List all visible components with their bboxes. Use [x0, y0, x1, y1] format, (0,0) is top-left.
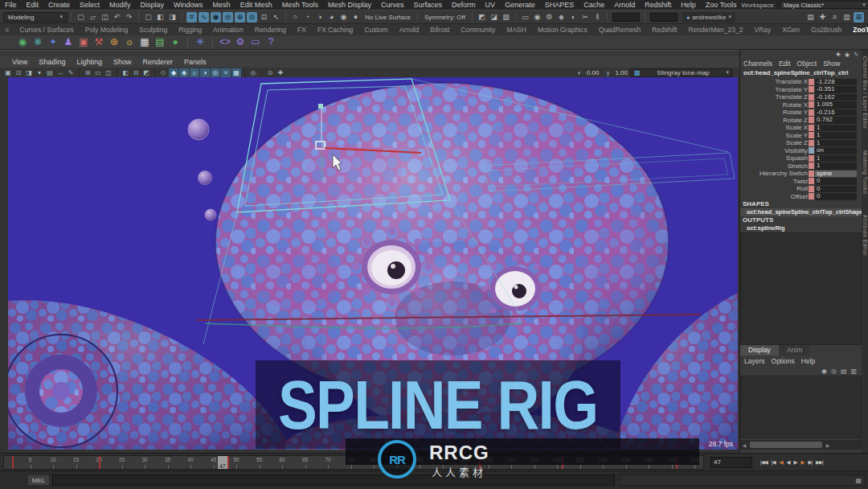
zoo-lightbulb-icon[interactable]: ☼ — [123, 35, 136, 49]
attr-slider-strip[interactable] — [809, 171, 814, 177]
light-editor-icon[interactable]: ◐ — [568, 12, 579, 23]
shelf-menu-icon[interactable]: ≡ — [0, 26, 14, 34]
layer-menu-help[interactable]: Help — [801, 357, 815, 365]
menu-shapes[interactable]: SHAPES — [540, 0, 579, 10]
multisample-icon[interactable]: ▦ — [231, 68, 241, 77]
attr-row-rotate-z[interactable]: Rotate Z0.792 — [740, 117, 862, 125]
attr-row-rotate-y[interactable]: Rotate Y-0.216 — [740, 109, 862, 117]
lights-icon[interactable]: ☼ — [190, 68, 199, 77]
attr-slider-strip[interactable] — [809, 109, 814, 116]
attr-row-rotate-x[interactable]: Rotate X1.095 — [740, 101, 862, 109]
ipr-render-icon[interactable]: ◉ — [532, 12, 542, 23]
shelf-tab-sculpting[interactable]: Sculpting — [133, 26, 173, 34]
script-editor-icon[interactable]: ▦ — [855, 477, 864, 484]
zoo-particles-icon[interactable]: ※ — [31, 35, 44, 49]
side-tab-modeling-toolkit[interactable]: Modeling Toolkit — [862, 150, 868, 195]
attr-value[interactable]: -0.162 — [815, 94, 857, 101]
attr-value[interactable]: 1 — [815, 132, 857, 139]
shelf-tab-vray[interactable]: VRay — [748, 26, 776, 34]
zoo-sphere-icon[interactable]: ● — [169, 35, 182, 49]
attr-slider-strip[interactable] — [809, 79, 814, 85]
play-forward-button[interactable]: ▶ — [792, 458, 798, 467]
attr-row-hierarchy-switch[interactable]: Hierarchy Switchspine — [740, 170, 862, 178]
save-scene-icon[interactable]: ◫ — [100, 12, 110, 23]
new-scene-icon[interactable]: ▢ — [76, 12, 86, 23]
panel-menu-lighting[interactable]: Lighting — [71, 58, 108, 66]
undo-icon[interactable]: ↶ — [112, 12, 122, 23]
menu-mesh-tools[interactable]: Mesh Tools — [277, 0, 323, 10]
workspace-panel-toggle-icon[interactable]: ⊞ — [854, 12, 864, 23]
bookmarks-icon[interactable]: ▾ — [35, 68, 44, 77]
shelf-tab-motion-graphics[interactable]: Motion Graphics — [532, 26, 593, 34]
manipulator-icon[interactable]: ✚ — [836, 51, 841, 58]
attr-value[interactable]: 1.095 — [815, 101, 857, 109]
menu-help[interactable]: Help — [676, 0, 701, 10]
shelf-tab-fx[interactable]: FX — [292, 26, 312, 34]
attr-value[interactable]: 1 — [815, 155, 857, 162]
shelf-tab-go2brush[interactable]: Go2Brush — [805, 26, 847, 34]
snap-to-grid-icon[interactable]: # — [186, 12, 197, 23]
shelf-tab-fx-caching[interactable]: FX Caching — [312, 26, 358, 34]
shelf-tab-redshift[interactable]: Redshift — [646, 26, 682, 34]
attr-row-translate-x[interactable]: Translate X-1.228 — [740, 78, 862, 86]
make-object-live-icon[interactable]: ○ — [290, 12, 301, 23]
go-to-end-button[interactable]: ▶▶| — [814, 458, 825, 467]
zoo-help-icon[interactable]: ? — [264, 35, 277, 49]
output-name[interactable]: oct:splineRig — [740, 224, 862, 232]
play-backwards-button[interactable]: ◀ — [784, 458, 791, 467]
attr-row-squash[interactable]: Squash1 — [740, 154, 862, 162]
modeling-toolkit-toggle-icon[interactable]: ▥ — [841, 12, 852, 23]
attr-slider-strip[interactable] — [809, 162, 814, 169]
step-forward-key-button[interactable]: ▶ — [799, 458, 805, 467]
menu-zoo-tools[interactable]: Zoo Tools — [701, 0, 742, 10]
side-tab-channel-box-layer-editor[interactable]: Channel Box / Layer Editor — [862, 56, 868, 129]
wireframe-on-shaded-icon[interactable]: ◪ — [489, 12, 499, 23]
highlight-selection-mode-icon[interactable]: ◩ — [477, 12, 487, 23]
attr-value[interactable]: 0 — [815, 186, 857, 193]
step-back-key-button[interactable]: ◀ — [777, 458, 784, 467]
menu-mesh[interactable]: Mesh — [208, 0, 235, 10]
lock-camera-icon[interactable]: ⊡ — [14, 68, 23, 77]
panel-menu-view[interactable]: View — [6, 58, 33, 66]
grid-icon[interactable]: ⊞ — [83, 68, 92, 77]
scroll-left-icon[interactable]: ◀ — [740, 442, 748, 448]
wireframe-icon[interactable]: ◇ — [158, 68, 168, 77]
zoo-code-icon[interactable]: <> — [219, 35, 231, 49]
render-settings-icon[interactable]: ⚙ — [544, 12, 555, 23]
attr-value[interactable]: on — [815, 147, 857, 154]
shelf-tab-arnold[interactable]: Arnold — [394, 26, 425, 34]
input-connections-icon[interactable]: ◔ — [302, 12, 313, 23]
channel-menu-object[interactable]: Object — [797, 60, 817, 68]
safe-action-icon[interactable]: ◩ — [141, 68, 151, 77]
attr-slider-strip[interactable] — [809, 140, 814, 146]
panel-menu-show[interactable]: Show — [108, 58, 137, 66]
attr-slider-strip[interactable] — [809, 101, 814, 108]
image-plane-icon[interactable]: ▤ — [45, 68, 55, 77]
zoo-skeleton-icon[interactable]: ♟ — [62, 35, 75, 49]
lock-selection-icon[interactable]: ⊡ — [259, 12, 269, 23]
user-account-select[interactable]: ●andrewsilke▾ — [682, 12, 735, 23]
scrollbar-thumb[interactable] — [750, 442, 822, 448]
exposure-icon[interactable]: ◐ — [575, 68, 584, 77]
attribute-editor-toggle-icon[interactable]: ▤ — [805, 12, 816, 23]
speed-state-icon[interactable]: ◉ — [845, 51, 850, 58]
attr-slider-strip[interactable] — [809, 86, 814, 92]
shelf-tab-zootoolspro[interactable]: ZooToolsPro — [847, 26, 868, 34]
zoo-hive-icon[interactable]: ✳ — [194, 35, 207, 49]
shape-name[interactable]: oct:head_spineSpline_ctrlTop_ctrlShape — [740, 208, 862, 216]
attr-slider-strip[interactable] — [809, 178, 814, 184]
zoo-clapboard-icon[interactable]: ▤ — [154, 35, 166, 49]
attr-row-translate-z[interactable]: Translate Z-0.162 — [740, 93, 862, 101]
pause-viewport-icon[interactable]: ‖ — [592, 12, 603, 23]
select-by-object-icon[interactable]: ◧ — [155, 12, 166, 23]
menu-file[interactable]: File — [0, 0, 22, 10]
attr-row-stretch[interactable]: Stretch1 — [740, 162, 862, 171]
motion-blur-icon[interactable]: ≈ — [221, 68, 231, 77]
open-scene-icon[interactable]: ▱ — [88, 12, 98, 23]
shelf-tab-bifrost[interactable]: Bifrost — [424, 26, 455, 34]
isolate-select-icon[interactable]: ◎ — [248, 68, 258, 77]
shelf-tab-rendering[interactable]: Rendering — [249, 26, 292, 34]
current-frame-field[interactable] — [710, 457, 752, 468]
new-empty-layer-icon[interactable]: ▤ — [841, 368, 847, 375]
menu-redshift[interactable]: Redshift — [640, 0, 676, 10]
